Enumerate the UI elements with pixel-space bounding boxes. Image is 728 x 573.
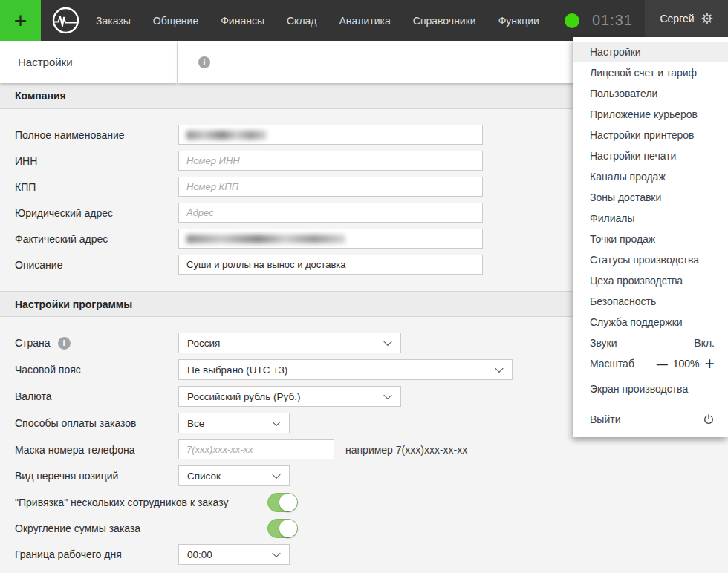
field-label: Юридический адрес xyxy=(15,207,178,219)
chevron-down-icon xyxy=(272,418,280,426)
nav-directories[interactable]: Справочники xyxy=(413,15,476,27)
logout-label: Выйти xyxy=(590,413,620,425)
redacted-value xyxy=(186,131,267,140)
field-label: Часовой пояс xyxy=(15,364,178,376)
actual-address-field[interactable] xyxy=(178,229,483,249)
legal-address-field[interactable] xyxy=(178,203,483,223)
menu-item-security[interactable]: Безопасность xyxy=(573,291,728,312)
form-row-workday-boundary: Граница рабочего дня 00:00 xyxy=(15,544,713,565)
menu-item-courier-app[interactable]: Приложение курьеров xyxy=(573,104,728,125)
nav-communication[interactable]: Общение xyxy=(153,15,198,27)
menu-spacer xyxy=(573,399,728,409)
payment-methods-select[interactable]: Все xyxy=(178,413,290,433)
field-label: Полное наименование xyxy=(15,129,178,141)
section-title: Компания xyxy=(15,90,66,102)
app-logo-icon[interactable] xyxy=(41,0,90,41)
menu-item-delivery-zones[interactable]: Зоны доставки xyxy=(573,187,728,208)
field-label: Валюта xyxy=(15,390,178,402)
section-title: Настройки программы xyxy=(15,298,132,310)
menu-item-production-statuses[interactable]: Статусы производства xyxy=(573,249,728,270)
select-value: 00:00 xyxy=(187,549,212,560)
menu-item-sales-channels[interactable]: Каналы продаж xyxy=(573,166,728,187)
select-value: Список xyxy=(187,471,221,482)
page-title: Настройки xyxy=(18,56,73,68)
menu-item-account-tariff[interactable]: Лицевой счет и тариф xyxy=(573,62,728,83)
field-label: Вид перечня позиций xyxy=(15,470,178,482)
inn-field[interactable] xyxy=(178,151,483,171)
form-row-rounding: Округление суммы заказа xyxy=(15,518,713,538)
form-row-phone-mask: Маска номера телефона например 7(xxx)xxx… xyxy=(15,439,713,459)
online-status-indicator xyxy=(565,13,579,28)
field-label: Маска номера телефона xyxy=(15,444,178,456)
phone-mask-field[interactable] xyxy=(178,439,334,459)
field-label: Округление суммы заказа xyxy=(15,523,267,534)
full-name-field[interactable] xyxy=(178,125,483,145)
rounding-toggle[interactable] xyxy=(267,519,298,538)
info-icon[interactable]: i xyxy=(58,337,71,350)
menu-item-sales-points[interactable]: Точки продаж xyxy=(573,229,728,249)
user-name: Сергей xyxy=(660,13,694,24)
phone-mask-hint: например 7(xxx)xxx-xx-xx xyxy=(345,444,467,456)
user-dropdown-menu: Настройки Лицевой счет и тариф Пользоват… xyxy=(573,37,728,437)
menu-item-printer-settings[interactable]: Настройки принтеров xyxy=(573,125,728,145)
chevron-down-icon xyxy=(383,338,391,346)
menu-item-sounds[interactable]: Звуки Вкл. xyxy=(573,333,728,353)
menu-item-support[interactable]: Служба поддержки xyxy=(573,312,728,333)
field-label: ИНН xyxy=(15,155,178,167)
country-select[interactable]: Россия xyxy=(178,333,401,353)
timezone-select[interactable]: Не выбрано (UTC +3) xyxy=(178,359,513,380)
menu-item-users[interactable]: Пользователи xyxy=(573,83,728,104)
nav-orders[interactable]: Заказы xyxy=(96,15,131,27)
form-row-items-view: Вид перечня позиций Список xyxy=(15,465,713,486)
menu-item-settings[interactable]: Настройки xyxy=(573,42,728,62)
field-label-text: Страна xyxy=(15,337,51,349)
select-value: Не выбрано (UTC +3) xyxy=(187,364,287,376)
nav-warehouse[interactable]: Склад xyxy=(287,15,317,27)
multi-employee-toggle[interactable] xyxy=(267,493,298,512)
menu-item-branches[interactable]: Филиалы xyxy=(573,208,728,229)
add-button[interactable]: + xyxy=(0,0,41,41)
field-label: Страна i xyxy=(15,337,178,350)
nav-analytics[interactable]: Аналитика xyxy=(339,15,391,27)
nav-functions[interactable]: Функции xyxy=(498,15,539,27)
nav-finance[interactable]: Финансы xyxy=(221,15,264,27)
zoom-out-button[interactable]: — xyxy=(657,358,668,370)
menu-item-scale: Масштаб — 100% + xyxy=(573,353,728,374)
chevron-down-icon xyxy=(272,549,280,557)
field-label: Фактический адрес xyxy=(15,233,178,245)
chevron-down-icon xyxy=(383,391,391,399)
field-label: "Привязка" нескольких сотрудников к зака… xyxy=(15,497,267,508)
sounds-label: Звуки xyxy=(590,337,617,349)
clock: 01:31 xyxy=(592,12,633,29)
form-row-multi-employee: "Привязка" нескольких сотрудников к зака… xyxy=(15,492,713,512)
select-value: Все xyxy=(187,418,204,429)
description-field[interactable] xyxy=(178,255,483,275)
user-menu-button[interactable]: Сергей xyxy=(645,0,728,37)
kpp-field[interactable] xyxy=(178,177,483,197)
field-label: КПП xyxy=(15,181,178,193)
toggle-knob xyxy=(279,494,297,511)
select-value: Российский рубль (Руб.) xyxy=(187,391,300,402)
tab-settings[interactable]: Настройки xyxy=(0,41,177,83)
field-label: Граница рабочего дня xyxy=(15,549,178,560)
menu-item-logout[interactable]: Выйти xyxy=(573,409,728,430)
scale-controls: — 100% + xyxy=(657,356,715,373)
info-icon[interactable]: i xyxy=(198,56,210,68)
menu-item-print-settings[interactable]: Настройки печати xyxy=(573,145,728,166)
main-nav: Заказы Общение Финансы Склад Аналитика С… xyxy=(96,15,539,27)
currency-select[interactable]: Российский рубль (Руб.) xyxy=(178,386,401,407)
items-view-select[interactable]: Список xyxy=(178,465,290,486)
redacted-value xyxy=(186,235,345,243)
workday-boundary-select[interactable]: 00:00 xyxy=(178,544,290,565)
top-bar: + Заказы Общение Финансы Склад Аналитика… xyxy=(0,0,728,41)
zoom-in-button[interactable]: + xyxy=(705,356,715,373)
gear-icon xyxy=(701,13,713,24)
scale-value: 100% xyxy=(673,358,700,370)
menu-item-production-screen[interactable]: Экран производства xyxy=(573,379,728,399)
topbar-right: 01:31 Сергей xyxy=(565,0,728,41)
toggle-knob xyxy=(279,520,297,537)
menu-item-production-shops[interactable]: Цеха производства xyxy=(573,270,728,291)
power-icon xyxy=(703,413,715,425)
sounds-value: Вкл. xyxy=(694,337,715,349)
chevron-down-icon xyxy=(495,364,503,373)
